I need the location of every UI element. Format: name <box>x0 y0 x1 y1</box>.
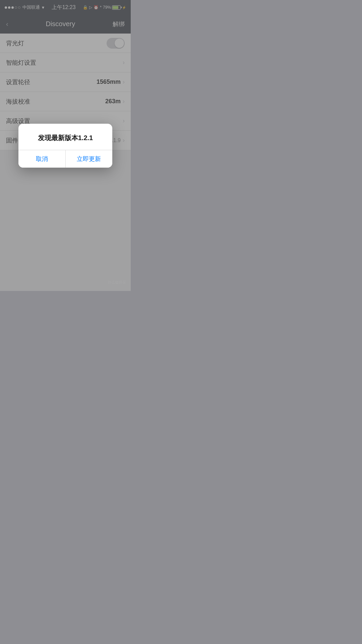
update-button[interactable]: 立即更新 <box>66 150 113 168</box>
dialog-body: 发现最新版本1.2.1 <box>18 124 112 150</box>
dialog-title: 发现最新版本1.2.1 <box>38 134 93 141</box>
cancel-button[interactable]: 取消 <box>18 150 66 168</box>
dialog-buttons: 取消 立即更新 <box>18 150 112 168</box>
modal-overlay: 发现最新版本1.2.1 取消 立即更新 <box>0 0 131 291</box>
update-dialog: 发现最新版本1.2.1 取消 立即更新 <box>18 124 112 168</box>
